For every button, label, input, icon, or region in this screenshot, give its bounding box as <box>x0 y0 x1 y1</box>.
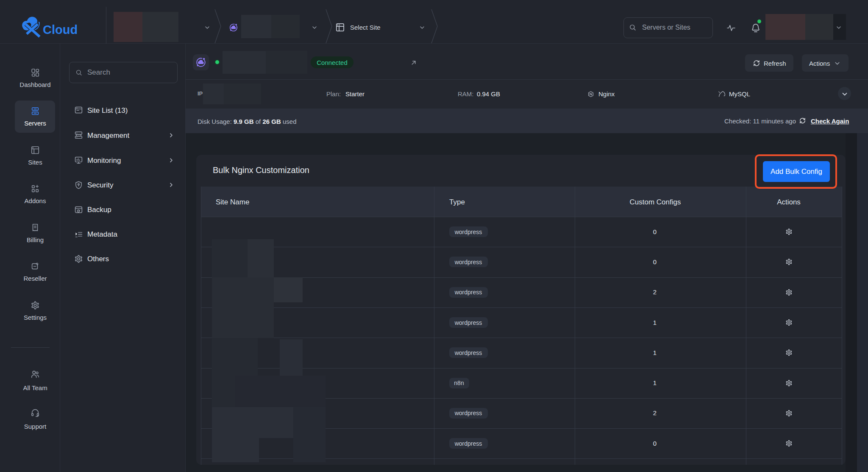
svg-text:Cloud: Cloud <box>43 23 78 36</box>
